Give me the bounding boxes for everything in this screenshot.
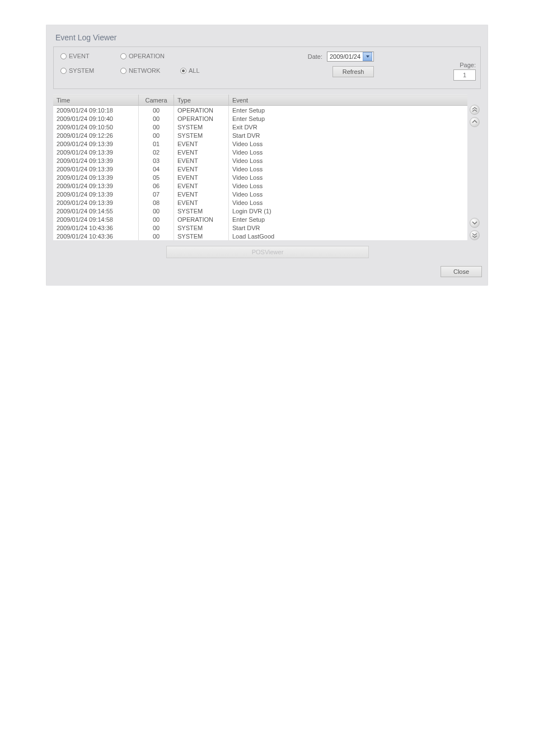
radio-all[interactable]: ALL <box>180 67 225 74</box>
col-header-camera[interactable]: Camera <box>139 95 174 106</box>
scroll-buttons <box>470 95 482 241</box>
cell-type: EVENT <box>174 156 229 165</box>
table-row[interactable]: 2009/01/24 09:10:4000OPERATIONEnter Setu… <box>53 114 467 123</box>
down-icon <box>472 220 477 226</box>
radio-icon <box>120 68 127 74</box>
cell-type: EVENT <box>174 181 229 190</box>
radio-label: ALL <box>189 67 200 74</box>
scroll-bottom-button[interactable] <box>470 230 480 240</box>
cell-time: 2009/01/24 09:13:39 <box>53 139 139 148</box>
cell-camera: 03 <box>139 156 174 165</box>
cell-type: SYSTEM <box>174 207 229 215</box>
scroll-down-button[interactable] <box>470 218 480 228</box>
cell-type: EVENT <box>174 190 229 198</box>
table-row[interactable]: 2009/01/24 09:13:3902EVENTVideo Loss <box>53 148 467 156</box>
filter-box: EVENT OPERATION SYSTEM NETWORK ALL <box>53 46 481 89</box>
double-up-icon <box>472 107 477 113</box>
cell-event: Login DVR (1) <box>229 207 468 215</box>
radio-system[interactable]: SYSTEM <box>60 67 119 74</box>
up-icon <box>472 119 477 125</box>
cell-camera: 08 <box>139 198 174 207</box>
col-header-time[interactable]: Time <box>53 95 139 106</box>
cell-event: Load LastGood <box>229 232 468 240</box>
cell-camera: 06 <box>139 181 174 190</box>
cell-event: Enter Setup <box>229 114 468 123</box>
table-row[interactable]: 2009/01/24 09:13:3907EVENTVideo Loss <box>53 190 467 198</box>
cell-event: Video Loss <box>229 190 468 198</box>
refresh-button[interactable]: Refresh <box>332 66 374 77</box>
cell-camera: 00 <box>139 123 174 131</box>
cell-camera: 07 <box>139 190 174 198</box>
radio-network[interactable]: NETWORK <box>120 67 179 74</box>
cell-event: Video Loss <box>229 165 468 173</box>
page-label: Page: <box>453 62 476 68</box>
cell-type: EVENT <box>174 173 229 181</box>
cell-type: EVENT <box>174 139 229 148</box>
cell-event: Enter Setup <box>229 106 468 115</box>
table-row[interactable]: 2009/01/24 09:14:5500SYSTEMLogin DVR (1) <box>53 207 467 215</box>
table-row[interactable]: 2009/01/24 09:10:1800OPERATIONEnter Setu… <box>53 106 467 115</box>
close-button[interactable]: Close <box>441 266 482 277</box>
page-number-box[interactable]: 1 <box>453 69 476 81</box>
cell-camera: 04 <box>139 165 174 173</box>
cell-event: Start DVR <box>229 223 468 232</box>
chevron-down-icon <box>363 52 372 61</box>
cell-camera: 01 <box>139 139 174 148</box>
radio-icon <box>120 53 127 59</box>
table-row[interactable]: 2009/01/24 09:13:3906EVENTVideo Loss <box>53 181 467 190</box>
cell-event: Video Loss <box>229 139 468 148</box>
radio-event[interactable]: EVENT <box>60 53 119 59</box>
radio-icon <box>60 68 67 74</box>
col-header-event[interactable]: Event <box>229 95 468 106</box>
event-log-panel: Event Log Viewer EVENT OPERATION SYSTEM <box>46 25 488 286</box>
cell-time: 2009/01/24 10:43:36 <box>53 232 139 240</box>
table-row[interactable]: 2009/01/24 09:12:2600SYSTEMStart DVR <box>53 131 467 139</box>
table-row[interactable]: 2009/01/24 09:10:5000SYSTEMExit DVR <box>53 123 467 131</box>
table-row[interactable]: 2009/01/24 09:13:3903EVENTVideo Loss <box>53 156 467 165</box>
cell-event: Video Loss <box>229 148 468 156</box>
table-row[interactable]: 2009/01/24 09:13:3901EVENTVideo Loss <box>53 139 467 148</box>
cell-type: OPERATION <box>174 114 229 123</box>
posviewer-button[interactable]: POSViewer <box>166 246 369 258</box>
table-row[interactable]: 2009/01/24 09:13:3905EVENTVideo Loss <box>53 173 467 181</box>
cell-time: 2009/01/24 09:14:58 <box>53 215 139 223</box>
panel-title: Event Log Viewer <box>55 33 482 42</box>
table-row[interactable]: 2009/01/24 10:43:3600SYSTEMLoad LastGood <box>53 232 467 240</box>
cell-time: 2009/01/24 09:13:39 <box>53 190 139 198</box>
cell-time: 2009/01/24 09:13:39 <box>53 181 139 190</box>
radio-operation[interactable]: OPERATION <box>120 53 179 59</box>
cell-type: SYSTEM <box>174 123 229 131</box>
cell-time: 2009/01/24 09:10:50 <box>53 123 139 131</box>
radio-label: OPERATION <box>129 53 165 59</box>
table-row[interactable]: 2009/01/24 09:14:5800OPERATIONEnter Setu… <box>53 215 467 223</box>
cell-type: OPERATION <box>174 215 229 223</box>
log-table: Time Camera Type Event 2009/01/24 09:10:… <box>53 95 467 240</box>
cell-camera: 00 <box>139 114 174 123</box>
cell-time: 2009/01/24 09:13:39 <box>53 165 139 173</box>
table-row[interactable]: 2009/01/24 10:43:3600SYSTEMStart DVR <box>53 223 467 232</box>
cell-event: Start DVR <box>229 131 468 139</box>
cell-time: 2009/01/24 09:13:39 <box>53 173 139 181</box>
table-row[interactable]: 2009/01/24 09:13:3908EVENTVideo Loss <box>53 198 467 207</box>
double-down-icon <box>472 232 477 238</box>
cell-event: Video Loss <box>229 181 468 190</box>
cell-time: 2009/01/24 09:13:39 <box>53 148 139 156</box>
scroll-up-button[interactable] <box>470 117 480 127</box>
radio-label: SYSTEM <box>69 67 94 74</box>
cell-camera: 02 <box>139 148 174 156</box>
cell-time: 2009/01/24 10:43:36 <box>53 223 139 232</box>
cell-time: 2009/01/24 09:13:39 <box>53 156 139 165</box>
cell-event: Enter Setup <box>229 215 468 223</box>
cell-time: 2009/01/24 09:12:26 <box>53 131 139 139</box>
date-value: 2009/01/24 <box>330 53 360 60</box>
table-row[interactable]: 2009/01/24 09:13:3904EVENTVideo Loss <box>53 165 467 173</box>
scroll-top-button[interactable] <box>470 105 480 115</box>
cell-type: SYSTEM <box>174 232 229 240</box>
date-dropdown[interactable]: 2009/01/24 <box>327 52 374 62</box>
col-header-type[interactable]: Type <box>174 95 229 106</box>
cell-event: Video Loss <box>229 198 468 207</box>
cell-time: 2009/01/24 09:10:18 <box>53 106 139 115</box>
cell-event: Video Loss <box>229 173 468 181</box>
cell-type: EVENT <box>174 165 229 173</box>
cell-camera: 00 <box>139 215 174 223</box>
